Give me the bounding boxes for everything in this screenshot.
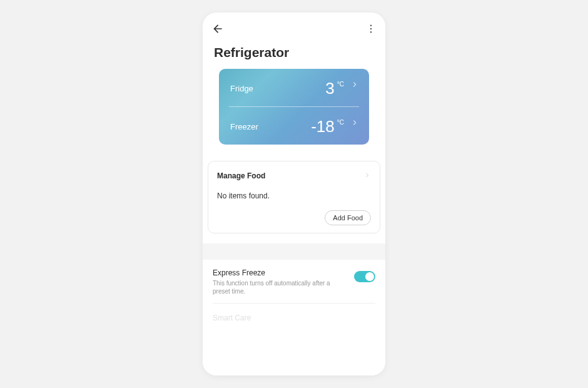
- more-vertical-icon: [365, 23, 377, 34]
- freezer-label: Freezer: [230, 122, 258, 131]
- svg-point-0: [370, 25, 372, 26]
- svg-point-1: [370, 28, 372, 29]
- express-freeze-toggle[interactable]: [354, 271, 375, 282]
- express-freeze-row: Express Freeze This function turns off a…: [213, 260, 375, 304]
- fade-overlay: [203, 332, 385, 375]
- top-bar: [203, 13, 385, 40]
- fridge-unit: °C: [337, 81, 344, 88]
- express-freeze-title: Express Freeze: [213, 268, 347, 277]
- chevron-right-icon: [350, 80, 359, 91]
- manage-food-header[interactable]: Manage Food: [217, 170, 371, 181]
- app-screen: Refrigerator Fridge 3 °C Freezer -18 °C: [203, 13, 385, 375]
- svg-point-2: [370, 31, 372, 33]
- arrow-left-icon: [211, 23, 224, 35]
- add-food-row: Add Food: [217, 210, 371, 225]
- express-freeze-desc: This function turns off automatically af…: [213, 279, 347, 295]
- settings-section: Express Freeze This function turns off a…: [203, 260, 385, 322]
- freezer-value-wrap: -18 °C: [311, 118, 359, 135]
- fridge-value: 3: [325, 80, 334, 96]
- freezer-unit: °C: [337, 120, 344, 126]
- add-food-button[interactable]: Add Food: [325, 210, 371, 225]
- fridge-temp-row[interactable]: Fridge 3 °C: [219, 69, 369, 106]
- fridge-value-wrap: 3 °C: [325, 80, 359, 96]
- temperature-card: Fridge 3 °C Freezer -18 °C: [219, 69, 369, 145]
- toggle-knob: [365, 272, 374, 281]
- back-button[interactable]: [211, 23, 224, 35]
- more-button[interactable]: [365, 23, 377, 34]
- manage-food-card: Manage Food No items found. Add Food: [208, 161, 380, 233]
- chevron-right-icon: [350, 118, 359, 130]
- chevron-right-icon: [363, 170, 371, 181]
- manage-food-empty-text: No items found.: [217, 191, 371, 200]
- section-gap: [203, 243, 385, 260]
- smart-care-title: Smart Care: [213, 314, 251, 322]
- express-freeze-text: Express Freeze This function turns off a…: [213, 268, 354, 295]
- smart-care-row: Smart Care: [213, 304, 375, 322]
- freezer-temp-row[interactable]: Freezer -18 °C: [219, 107, 369, 145]
- page-title: Refrigerator: [203, 40, 385, 69]
- freezer-value: -18: [311, 118, 335, 135]
- fridge-label: Fridge: [230, 84, 253, 93]
- manage-food-title: Manage Food: [217, 171, 265, 180]
